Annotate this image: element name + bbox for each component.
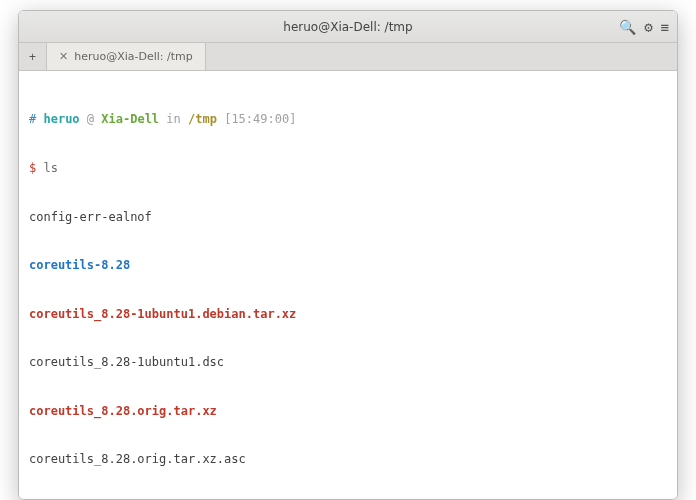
gear-icon[interactable]: ⚙ <box>644 19 652 35</box>
prompt-line: # heruo @ Xia-Dell in /tmp [15:49:00] <box>29 111 667 127</box>
titlebar[interactable]: heruo@Xia-Dell: /tmp 🔍 ⚙ ≡ <box>19 11 677 43</box>
window-title: heruo@Xia-Dell: /tmp <box>19 20 677 34</box>
terminal-body[interactable]: # heruo @ Xia-Dell in /tmp [15:49:00] $ … <box>19 71 677 499</box>
tab-label: heruo@Xia-Dell: /tmp <box>74 50 193 63</box>
terminal-tab[interactable]: ✕ heruo@Xia-Dell: /tmp <box>47 43 206 70</box>
menu-icon[interactable]: ≡ <box>661 19 669 35</box>
ls-output: config-err-ealnof <box>29 209 667 225</box>
tabbar: + ✕ heruo@Xia-Dell: /tmp <box>19 43 677 71</box>
titlebar-controls: 🔍 ⚙ ≡ <box>619 19 669 35</box>
new-tab-button[interactable]: + <box>19 43 47 70</box>
close-tab-icon[interactable]: ✕ <box>59 50 68 63</box>
command-line: $ ls <box>29 160 667 176</box>
ls-output: coreutils_8.28.orig.tar.xz.asc <box>29 451 667 467</box>
terminal-window: heruo@Xia-Dell: /tmp 🔍 ⚙ ≡ + ✕ heruo@Xia… <box>18 10 678 500</box>
ls-output: coreutils_8.28-1ubuntu1.dsc <box>29 354 667 370</box>
search-icon[interactable]: 🔍 <box>619 19 636 35</box>
ls-output: coreutils_8.28-1ubuntu1.debian.tar.xz <box>29 306 667 322</box>
ls-output: coreutils-8.28 <box>29 257 667 273</box>
ls-output: coreutils_8.28.orig.tar.xz <box>29 403 667 419</box>
